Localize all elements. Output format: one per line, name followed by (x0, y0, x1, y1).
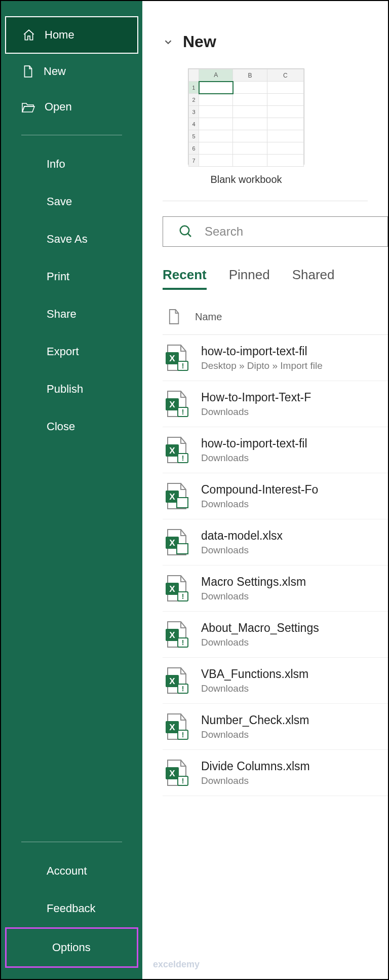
nav-publish[interactable]: Publish (1, 370, 142, 408)
file-name: VBA_Functions.xlsm (201, 667, 308, 681)
nav-new[interactable]: New (1, 54, 142, 89)
file-row[interactable]: X Compound-Interest-Fo Downloads (163, 473, 388, 519)
svg-text:X: X (169, 354, 175, 363)
file-row[interactable]: X data-model.xlsx Downloads (163, 519, 388, 566)
nav-home[interactable]: Home (5, 16, 138, 54)
file-row[interactable]: X ! About_Macro_Settings Downloads (163, 612, 388, 658)
chevron-down-icon (163, 36, 174, 48)
tab-recent[interactable]: Recent (163, 267, 207, 290)
svg-text:!: ! (182, 685, 184, 693)
excel-file-icon: X ! (165, 713, 189, 740)
file-row[interactable]: X ! Number_Check.xlsm Downloads (163, 704, 388, 750)
nav-close[interactable]: Close (1, 408, 142, 445)
svg-text:X: X (169, 492, 175, 502)
file-path: Downloads (201, 775, 310, 786)
svg-rect-23 (177, 544, 188, 554)
file-row[interactable]: X ! VBA_Functions.xlsm Downloads (163, 658, 388, 704)
list-header[interactable]: Name (163, 293, 388, 335)
new-section-header[interactable]: New (163, 16, 388, 63)
tab-pinned[interactable]: Pinned (229, 267, 270, 290)
excel-file-icon: X ! (165, 667, 189, 694)
excel-file-icon: X ! (165, 344, 189, 371)
nav-print[interactable]: Print (1, 258, 142, 295)
excel-file-icon: X ! (165, 390, 189, 418)
nav-feedback[interactable]: Feedback (1, 890, 142, 927)
content-divider (163, 201, 368, 201)
file-row[interactable]: X ! Divide Columns.xlsm Downloads (163, 750, 388, 796)
tab-shared[interactable]: Shared (292, 267, 335, 290)
file-name: data-model.xlsx (201, 529, 283, 543)
svg-text:!: ! (182, 638, 184, 647)
svg-text:!: ! (182, 731, 184, 739)
file-name: Macro Settings.xlsm (201, 575, 306, 589)
file-name: Divide Columns.xlsm (201, 760, 310, 773)
folder-open-icon (21, 101, 35, 113)
document-tabs: RecentPinnedShared (163, 267, 388, 290)
section-title: New (183, 32, 216, 51)
nav-save[interactable]: Save (1, 183, 142, 220)
nav-save-as[interactable]: Save As (1, 220, 142, 258)
search-input[interactable]: Search (163, 216, 388, 247)
svg-rect-16 (177, 498, 188, 508)
file-icon (21, 65, 34, 78)
excel-file-icon: X ! (165, 621, 189, 648)
file-name: Compound-Interest-Fo (201, 483, 318, 497)
nav-account[interactable]: Account (1, 852, 142, 890)
options-highlight: Options (5, 927, 138, 968)
nav-export[interactable]: Export (1, 333, 142, 370)
name-column-header: Name (195, 311, 222, 323)
svg-text:X: X (169, 630, 175, 640)
file-name: About_Macro_Settings (201, 621, 319, 635)
file-name: Number_Check.xlsm (201, 713, 309, 727)
file-path: Downloads (201, 729, 309, 740)
watermark: exceldemy (153, 959, 200, 970)
file-name: how-to-import-text-fil (201, 345, 323, 358)
home-icon (22, 28, 35, 42)
svg-line-1 (188, 234, 191, 237)
nav-label: New (44, 65, 66, 78)
file-path: Downloads (201, 453, 307, 464)
svg-text:X: X (169, 723, 175, 732)
svg-text:X: X (169, 400, 175, 409)
svg-text:!: ! (182, 408, 184, 416)
file-path: Downloads (201, 545, 283, 556)
search-icon (178, 224, 193, 239)
excel-file-icon: X ! (165, 759, 189, 786)
search-placeholder: Search (205, 224, 243, 239)
file-row[interactable]: X ! How-to-Import-Text-F Downloads (163, 381, 388, 427)
file-name: how-to-import-text-fil (201, 437, 307, 450)
svg-point-0 (180, 226, 189, 235)
svg-text:!: ! (182, 362, 184, 370)
blank-workbook-preview: ABC 1 2 3 4 5 6 7 (188, 68, 304, 165)
tile-label: Blank workbook (183, 174, 309, 185)
sidebar-divider (21, 135, 122, 135)
svg-text:X: X (169, 538, 175, 548)
nav-label: Home (45, 28, 74, 42)
svg-text:!: ! (182, 777, 184, 785)
file-name: How-to-Import-Text-F (201, 391, 311, 404)
file-path: Downloads (201, 591, 306, 602)
nav-options[interactable]: Options (7, 929, 137, 966)
file-list: X ! how-to-import-text-fil Desktop » Dip… (163, 335, 388, 796)
excel-file-icon: X (165, 482, 189, 510)
svg-text:X: X (169, 676, 175, 686)
file-path: Downloads (201, 637, 319, 648)
svg-text:!: ! (182, 592, 184, 600)
sidebar-divider-bottom (21, 842, 122, 842)
file-row[interactable]: X ! how-to-import-text-fil Desktop » Dip… (163, 335, 388, 381)
svg-text:!: ! (182, 454, 184, 462)
nav-info[interactable]: Info (1, 145, 142, 183)
file-path: Desktop » Dipto » Import file (201, 360, 323, 371)
nav-share[interactable]: Share (1, 295, 142, 333)
blank-workbook-tile[interactable]: ABC 1 2 3 4 5 6 7 Blank workbook (183, 68, 309, 185)
nav-label: Open (45, 100, 72, 114)
backstage-sidebar: HomeNewOpen InfoSaveSave AsPrintShareExp… (1, 1, 142, 979)
file-path: Downloads (201, 499, 318, 510)
file-path: Downloads (201, 683, 308, 694)
file-row[interactable]: X ! Macro Settings.xlsm Downloads (163, 566, 388, 612)
file-row[interactable]: X ! how-to-import-text-fil Downloads (163, 427, 388, 473)
content-area: New ABC 1 2 3 4 5 6 7 Blank workbook (142, 1, 388, 979)
nav-open[interactable]: Open (1, 89, 142, 125)
file-header-icon (167, 308, 181, 325)
svg-text:X: X (169, 584, 175, 594)
